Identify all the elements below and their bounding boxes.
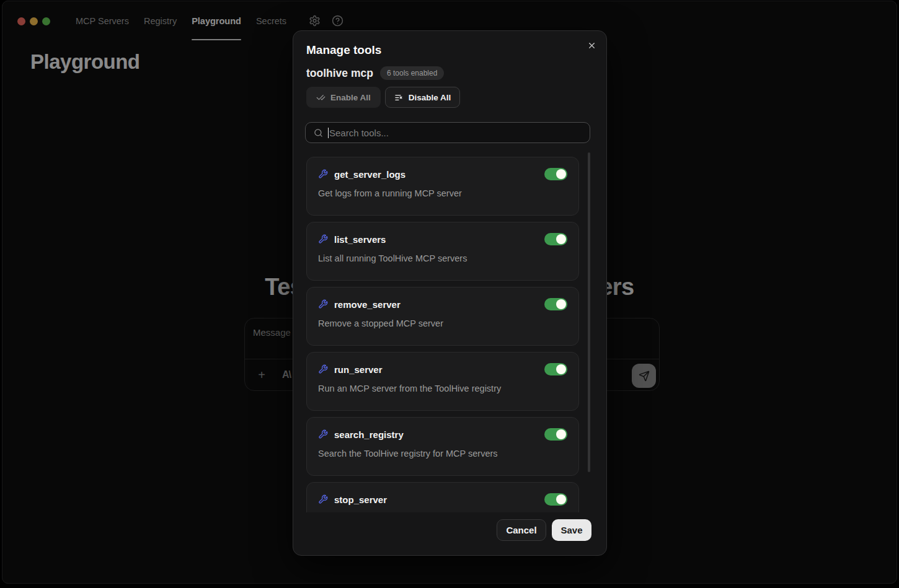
screen: MCP Servers Registry Playground Secrets … [0, 0, 899, 588]
wrench-icon [318, 299, 328, 309]
tool-card: get_server_logs Get logs from a running … [306, 157, 579, 216]
search-icon [314, 128, 323, 138]
server-row: toolhive mcp 6 tools enabled [306, 66, 444, 80]
tool-card: list_servers List all running ToolHive M… [306, 222, 579, 281]
bulk-action-row: Enable All Disable All [306, 87, 460, 108]
tool-description: Get logs from a running MCP server [318, 188, 567, 198]
scrollbar-thumb[interactable] [588, 152, 590, 472]
tools-enabled-badge: 6 tools enabled [380, 66, 444, 80]
text-caret [328, 128, 329, 138]
tool-description: List all running ToolHive MCP servers [318, 253, 567, 263]
tool-toggle[interactable] [544, 298, 567, 310]
tool-description: Search the ToolHive registry for MCP ser… [318, 449, 567, 459]
wrench-icon [318, 429, 328, 439]
tool-card: remove_server Remove a stopped MCP serve… [306, 287, 579, 346]
tool-name: search_registry [334, 429, 404, 440]
tool-name: run_server [334, 364, 383, 375]
tool-toggle[interactable] [544, 168, 567, 180]
search-tools-input[interactable] [329, 128, 590, 138]
disable-all-button[interactable]: Disable All [385, 87, 461, 108]
wrench-icon [318, 234, 328, 244]
wrench-icon [318, 494, 328, 504]
cancel-button[interactable]: Cancel [497, 519, 546, 541]
close-icon[interactable] [585, 39, 598, 51]
search-tools-field[interactable] [305, 122, 590, 143]
tool-list: get_server_logs Get logs from a running … [306, 149, 579, 512]
tool-card: search_registry Search the ToolHive regi… [306, 417, 579, 476]
tool-toggle[interactable] [544, 233, 567, 245]
tool-card: stop_server [306, 482, 579, 512]
check-check-icon [316, 93, 326, 102]
tool-name: get_server_logs [334, 169, 405, 180]
tool-description: Run an MCP server from the ToolHive regi… [318, 384, 567, 393]
wrench-icon [318, 169, 328, 179]
tool-name: stop_server [334, 494, 387, 505]
manage-tools-dialog: Manage tools toolhive mcp 6 tools enable… [293, 30, 607, 556]
server-name: toolhive mcp [306, 67, 373, 80]
list-x-icon [394, 93, 404, 102]
tool-toggle[interactable] [544, 428, 567, 441]
tool-name: list_servers [334, 234, 386, 245]
tool-description: Remove a stopped MCP server [318, 318, 567, 328]
dialog-footer: Cancel Save [497, 519, 591, 541]
tool-card: run_server Run an MCP server from the To… [306, 352, 579, 411]
tool-list-viewport: get_server_logs Get logs from a running … [306, 149, 579, 512]
dialog-title: Manage tools [306, 43, 381, 57]
save-button[interactable]: Save [552, 519, 591, 541]
enable-all-button[interactable]: Enable All [306, 87, 381, 108]
tool-toggle[interactable] [544, 363, 567, 375]
tool-name: remove_server [334, 299, 401, 310]
wrench-icon [318, 364, 328, 374]
tool-toggle[interactable] [544, 493, 567, 506]
